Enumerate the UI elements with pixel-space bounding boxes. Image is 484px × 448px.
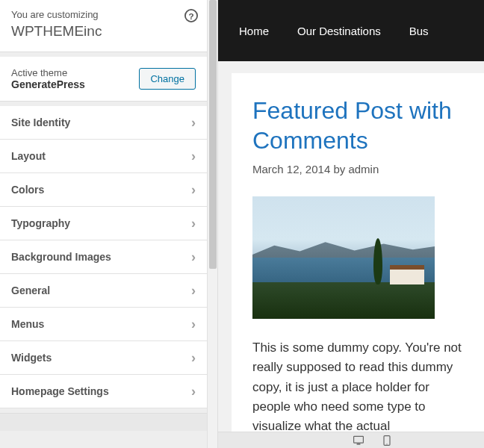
chevron-right-icon: ›: [191, 116, 196, 129]
section-background-images[interactable]: Background Images ›: [0, 240, 207, 274]
image-villa: [390, 265, 424, 284]
chevron-right-icon: ›: [191, 351, 196, 364]
customizer-sidebar: ? You are customizing WPTHEMEinc Active …: [0, 0, 218, 448]
section-layout[interactable]: Layout ›: [0, 140, 207, 173]
chevron-right-icon: ›: [191, 317, 196, 331]
chevron-right-icon: ›: [191, 149, 196, 163]
section-label: Widgets: [11, 352, 52, 364]
svg-text:?: ?: [188, 11, 193, 21]
sidebar-scrollbar[interactable]: [207, 0, 217, 448]
chevron-right-icon: ›: [191, 250, 196, 264]
preview-nav: Home Our Destinations Bus: [218, 0, 484, 61]
section-label: Background Images: [11, 251, 111, 263]
nav-item-destinations[interactable]: Our Destinations: [297, 25, 381, 37]
post-by: by: [333, 163, 345, 175]
tablet-icon[interactable]: [381, 435, 393, 447]
active-theme-label: Active theme: [11, 67, 85, 78]
device-preview-bar: [218, 432, 484, 448]
chevron-right-icon: ›: [191, 183, 196, 196]
svg-rect-3: [357, 444, 361, 445]
scrollbar-thumb[interactable]: [209, 0, 217, 269]
svg-rect-2: [354, 436, 364, 443]
active-theme-block: Active theme GeneratePress Change: [0, 57, 207, 102]
section-typography[interactable]: Typography ›: [0, 207, 207, 240]
post-date: March 12, 2014: [252, 163, 330, 175]
section-colors[interactable]: Colors ›: [0, 173, 207, 207]
sidebar-footer: [0, 413, 207, 431]
active-theme-name: GeneratePress: [11, 78, 85, 90]
section-label: General: [11, 284, 50, 296]
section-label: Layout: [11, 150, 46, 162]
customizer-subtitle: You are customizing: [11, 9, 196, 20]
post-meta: March 12, 2014 by admin: [252, 163, 463, 175]
chevron-right-icon: ›: [191, 385, 196, 398]
nav-item-home[interactable]: Home: [239, 25, 269, 37]
section-homepage-settings[interactable]: Homepage Settings ›: [0, 375, 207, 408]
section-label: Homepage Settings: [11, 385, 109, 397]
help-icon[interactable]: ?: [184, 9, 198, 22]
post-featured-image[interactable]: [252, 196, 435, 319]
post-author[interactable]: admin: [348, 163, 379, 175]
section-label: Menus: [11, 318, 44, 330]
chevron-right-icon: ›: [191, 284, 196, 297]
image-trees: [252, 282, 435, 319]
post-title[interactable]: Featured Post with Comments: [252, 96, 463, 155]
desktop-icon[interactable]: [353, 435, 364, 447]
customizer-header: ? You are customizing WPTHEMEinc: [0, 0, 207, 52]
section-label: Typography: [11, 217, 70, 229]
section-label: Site Identity: [11, 116, 70, 128]
section-general[interactable]: General ›: [0, 274, 207, 308]
post-card: Featured Post with Comments March 12, 20…: [232, 73, 484, 448]
section-widgets[interactable]: Widgets ›: [0, 341, 207, 375]
post-body: This is some dummy copy. You're not real…: [252, 338, 463, 437]
nav-item-bus[interactable]: Bus: [409, 25, 429, 37]
section-menus[interactable]: Menus ›: [0, 308, 207, 341]
section-label: Colors: [11, 184, 44, 196]
change-theme-button[interactable]: Change: [139, 68, 196, 90]
svg-point-5: [386, 444, 387, 444]
customizer-sections: Site Identity › Layout › Colors › Typogr…: [0, 106, 207, 408]
section-site-identity[interactable]: Site Identity ›: [0, 106, 207, 140]
preview-area: Home Our Destinations Bus Featured Post …: [218, 0, 484, 448]
customizer-site-title: WPTHEMEinc: [11, 23, 196, 40]
chevron-right-icon: ›: [191, 217, 196, 230]
